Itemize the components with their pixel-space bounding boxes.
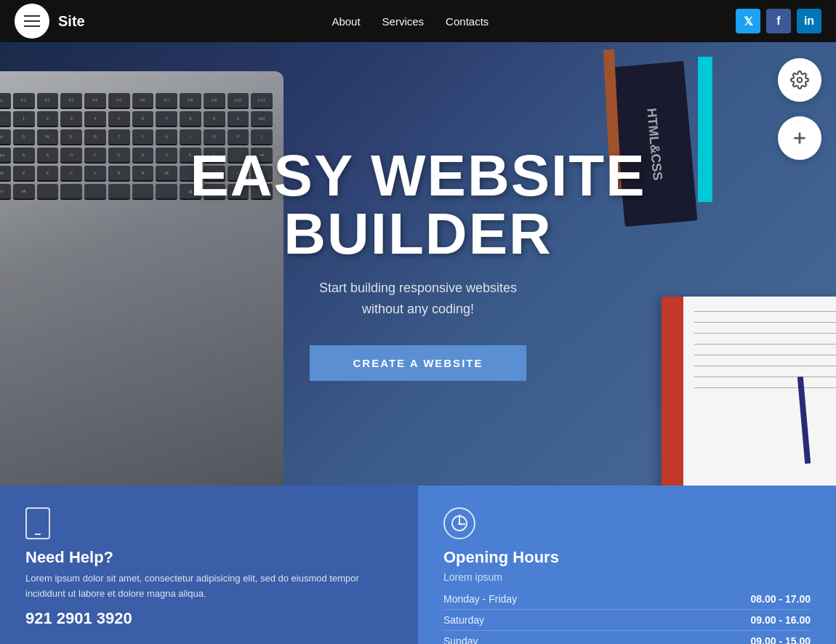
nav-link-about[interactable]: About	[331, 15, 360, 28]
key: D	[60, 148, 82, 164]
key: F4	[84, 93, 106, 109]
key	[108, 184, 130, 200]
key: Y	[132, 129, 154, 145]
svg-point-3	[452, 516, 467, 531]
hours-subtitle: Lorem ipsum	[443, 571, 811, 583]
key: X	[37, 166, 59, 182]
notebook-line	[694, 377, 836, 377]
notebook-line	[694, 344, 836, 345]
key	[156, 184, 177, 200]
key: 5	[108, 111, 130, 127]
key	[132, 184, 154, 200]
twitter-icon[interactable]: 𝕏	[736, 9, 760, 33]
hours-title: Opening Hours	[443, 548, 811, 567]
help-title: Need Help?	[25, 548, 393, 567]
key: F9	[204, 93, 225, 109]
key: F11	[251, 93, 273, 109]
key: 8	[180, 111, 201, 127]
key: R	[84, 129, 106, 145]
key: G	[108, 148, 130, 164]
key: 9	[204, 111, 225, 127]
hours-day: Saturday	[443, 614, 484, 626]
hours-day: Sunday	[443, 635, 478, 644]
key	[60, 184, 82, 200]
key: C	[60, 166, 82, 182]
hero-section: esc F1 F2 F3 F4 F5 F6 F7 F8 F9 F10 F11 ~…	[0, 42, 836, 486]
key: F1	[13, 93, 35, 109]
key: 4	[84, 111, 106, 127]
hours-time: 08.00 - 17.00	[750, 593, 811, 605]
hours-section: Opening Hours Lorem ipsum Monday - Frida…	[418, 486, 836, 644]
hero-title-line2: BUILDER	[284, 201, 552, 266]
key: F6	[132, 93, 154, 109]
key: shft	[0, 166, 11, 182]
svg-point-0	[797, 78, 803, 83]
key: B	[108, 166, 130, 182]
hero-title-line1: EASY WEBSITE	[190, 143, 646, 208]
facebook-icon[interactable]: f	[766, 9, 791, 33]
help-phone: 921 2901 3920	[25, 609, 393, 628]
key: caps	[0, 148, 11, 164]
key: tab	[0, 129, 11, 145]
settings-button[interactable]	[778, 58, 821, 102]
key: T	[108, 129, 130, 145]
key: 3	[60, 111, 82, 127]
key: M	[156, 166, 177, 182]
site-logo: Site	[58, 13, 85, 30]
hamburger-button[interactable]	[15, 4, 49, 39]
cyan-bar-decoration	[698, 57, 712, 202]
hero-subtitle-line2: without any coding!	[362, 302, 474, 316]
notebook-line	[694, 387, 836, 388]
key: A	[13, 148, 35, 164]
book-text: HTML&CSS	[643, 107, 665, 180]
nav-link-contacts[interactable]: Contacts	[446, 15, 489, 28]
key: alt	[13, 184, 35, 200]
notebook-line	[694, 366, 836, 366]
key: 7	[156, 111, 177, 127]
hero-subtitle: Start building responsive websites witho…	[190, 278, 646, 320]
social-links: 𝕏 f in	[736, 9, 821, 33]
hours-row: Monday - Friday 08.00 - 17.00	[443, 589, 811, 610]
hours-time: 09.00 - 16.00	[750, 614, 811, 626]
clock-icon	[443, 507, 475, 539]
hours-row: Sunday 09.00 - 15.00	[443, 631, 811, 644]
notebook-line	[694, 322, 836, 323]
nav-left: Site	[15, 4, 85, 39]
key: F7	[156, 93, 177, 109]
help-section: Need Help? Lorem ipsum dolor sit amet, c…	[0, 486, 418, 644]
notebook-line	[694, 333, 836, 334]
key: S	[37, 148, 59, 164]
tablet-icon	[25, 507, 50, 539]
key: del	[251, 111, 273, 127]
key	[84, 184, 106, 200]
key	[37, 184, 59, 200]
key: H	[132, 148, 154, 164]
key: F2	[37, 93, 59, 109]
add-button[interactable]	[778, 116, 821, 160]
key: 0	[228, 111, 249, 127]
key: E	[60, 129, 82, 145]
key: J	[156, 148, 177, 164]
key: F8	[180, 93, 201, 109]
help-body: Lorem ipsum dolor sit amet, consectetur …	[25, 571, 393, 602]
key: U	[156, 129, 177, 145]
key: N	[132, 166, 154, 182]
nav-link-services[interactable]: Services	[382, 15, 425, 28]
key: W	[37, 129, 59, 145]
notebook-line	[694, 311, 836, 312]
key: Q	[13, 129, 35, 145]
lower-section: Need Help? Lorem ipsum dolor sit amet, c…	[0, 486, 836, 644]
create-website-button[interactable]: CREATE A WEBSITE	[310, 345, 527, 381]
key: F	[84, 148, 106, 164]
linkedin-icon[interactable]: in	[797, 9, 821, 33]
hours-row: Saturday 09.00 - 16.00	[443, 610, 811, 631]
key: 2	[37, 111, 59, 127]
hours-day: Monday - Friday	[443, 593, 517, 605]
hours-rows: Monday - Friday 08.00 - 17.00 Saturday 0…	[443, 589, 811, 644]
key: F10	[228, 93, 249, 109]
key: F3	[60, 93, 82, 109]
key: 1	[13, 111, 35, 127]
notebook-line	[694, 355, 836, 355]
hero-subtitle-line1: Start building responsive websites	[319, 281, 517, 295]
key: ~	[0, 111, 11, 127]
